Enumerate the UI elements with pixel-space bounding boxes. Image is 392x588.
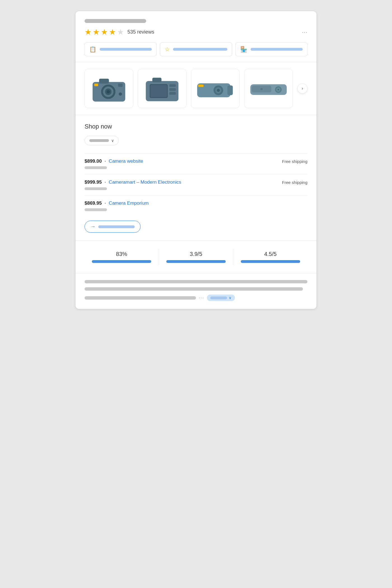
stat-1-bar xyxy=(92,260,151,263)
svg-point-8 xyxy=(119,92,122,96)
camera-svg-4 xyxy=(249,74,288,103)
star-2: ★ xyxy=(93,27,100,37)
stat-item-3: 4.5/5 xyxy=(233,249,307,265)
chevron-down-icon: ∨ xyxy=(111,138,114,143)
specs-icon: 📋 xyxy=(89,46,96,53)
svg-point-28 xyxy=(260,88,263,90)
svg-rect-12 xyxy=(150,85,167,97)
star-5-empty: ★ xyxy=(117,27,124,37)
expand-chip-text xyxy=(210,297,227,299)
item-3-sub xyxy=(85,208,107,211)
svg-rect-15 xyxy=(169,92,176,95)
filter-text xyxy=(89,139,109,142)
image-gallery: › xyxy=(85,69,307,108)
expand-chip[interactable]: ∨ xyxy=(207,295,235,301)
reviews-icon: ☆ xyxy=(165,46,170,53)
item-1-shipping: Free shipping xyxy=(282,159,307,164)
shop-item-1-left: $899.00 • Camera website xyxy=(85,158,143,164)
svg-rect-21 xyxy=(198,85,204,87)
ellipsis-icon: ··· xyxy=(199,295,204,300)
item-2-shipping: Free shipping xyxy=(282,180,307,185)
camera-svg-3 xyxy=(196,74,235,103)
shop-item-1-top: $899.00 • Camera website Free shipping xyxy=(85,158,307,164)
reviews-label xyxy=(173,48,227,51)
store-icon: 🏪 xyxy=(240,46,247,53)
text-line-3-partial xyxy=(85,296,196,300)
item-2-sub xyxy=(85,187,107,190)
svg-rect-13 xyxy=(169,84,176,87)
reviews-button[interactable]: ☆ xyxy=(160,42,232,56)
shop-section: Shop now ∨ $899.00 • Camera website Free… xyxy=(76,115,316,241)
item-3-dot: • xyxy=(104,201,106,206)
svg-rect-22 xyxy=(227,85,233,95)
item-3-price: $869.95 xyxy=(85,200,102,206)
text-line-1 xyxy=(85,280,307,283)
expand-chevron-icon: ∨ xyxy=(229,296,232,300)
product-card: ★ ★ ★ ★ ★ 535 reviews ⋯ 📋 ☆ 🏪 xyxy=(76,11,316,309)
rating-section: ★ ★ ★ ★ ★ 535 reviews ⋯ 📋 ☆ 🏪 xyxy=(76,11,316,62)
svg-point-26 xyxy=(277,89,279,90)
store-label xyxy=(251,48,303,51)
specs-button[interactable]: 📋 xyxy=(85,42,157,56)
item-2-store[interactable]: Cameramart – Modern Electronics xyxy=(109,179,181,185)
product-title-bar xyxy=(85,19,146,23)
item-2-price: $999.95 xyxy=(85,179,102,185)
stat-2-bar xyxy=(166,260,226,263)
shop-item-3: $869.95 • Camera Emporium xyxy=(85,195,307,216)
stat-3-value: 4.5/5 xyxy=(264,251,276,257)
stat-item-1: 83% xyxy=(85,249,159,265)
last-line-row: ··· ∨ xyxy=(85,295,307,301)
stat-1-value: 83% xyxy=(116,251,127,257)
shop-item-2-left: $999.95 • Cameramart – Modern Electronic… xyxy=(85,179,181,185)
shop-item-3-left: $869.95 • Camera Emporium xyxy=(85,200,149,206)
action-buttons: 📋 ☆ 🏪 xyxy=(85,42,307,56)
text-line-2 xyxy=(85,287,303,291)
star-1: ★ xyxy=(85,27,92,37)
store-button[interactable]: 🏪 xyxy=(235,42,307,56)
svg-point-5 xyxy=(107,90,110,94)
camera-image-4[interactable] xyxy=(244,69,293,108)
item-2-dot: • xyxy=(104,180,106,185)
more-arrow-icon: → xyxy=(90,224,95,230)
share-icon[interactable]: ⋯ xyxy=(302,29,307,36)
camera-svg-2 xyxy=(143,74,182,103)
shop-item-2: $999.95 • Cameramart – Modern Electronic… xyxy=(85,174,307,195)
svg-rect-1 xyxy=(99,79,109,84)
stat-item-2: 3.9/5 xyxy=(159,249,234,265)
stat-3-bar xyxy=(241,260,300,263)
svg-rect-14 xyxy=(169,88,176,91)
gallery-next-button[interactable]: › xyxy=(297,83,307,94)
camera-image-2[interactable] xyxy=(138,69,186,108)
camera-image-3[interactable] xyxy=(191,69,240,108)
shop-item-1: $899.00 • Camera website Free shipping xyxy=(85,153,307,174)
svg-rect-6 xyxy=(94,84,98,86)
item-1-dot: • xyxy=(104,159,106,164)
more-options-button[interactable]: → xyxy=(85,221,141,233)
filter-dropdown[interactable]: ∨ xyxy=(85,136,119,145)
image-gallery-section: › xyxy=(76,62,316,115)
item-3-store[interactable]: Camera Emporium xyxy=(109,200,149,206)
camera-svg-1 xyxy=(89,74,129,103)
more-text xyxy=(98,225,135,228)
item-1-store[interactable]: Camera website xyxy=(109,158,143,164)
shop-item-3-top: $869.95 • Camera Emporium xyxy=(85,200,307,206)
shop-item-2-top: $999.95 • Cameramart – Modern Electronic… xyxy=(85,179,307,185)
specs-label xyxy=(100,48,152,51)
review-count: 535 reviews xyxy=(127,29,154,35)
item-1-price: $899.00 xyxy=(85,158,102,164)
star-3: ★ xyxy=(101,27,108,37)
text-section: ··· ∨ xyxy=(76,273,316,309)
svg-rect-10 xyxy=(152,78,162,82)
camera-image-1[interactable] xyxy=(85,69,133,108)
stat-2-value: 3.9/5 xyxy=(190,251,202,257)
svg-rect-7 xyxy=(118,84,123,87)
shop-title: Shop now xyxy=(85,123,307,130)
stars-row: ★ ★ ★ ★ ★ 535 reviews ⋯ xyxy=(85,27,307,37)
stats-section: 83% 3.9/5 4.5/5 xyxy=(76,241,316,273)
star-4: ★ xyxy=(109,27,116,37)
svg-point-20 xyxy=(217,89,220,92)
item-1-sub xyxy=(85,166,107,169)
